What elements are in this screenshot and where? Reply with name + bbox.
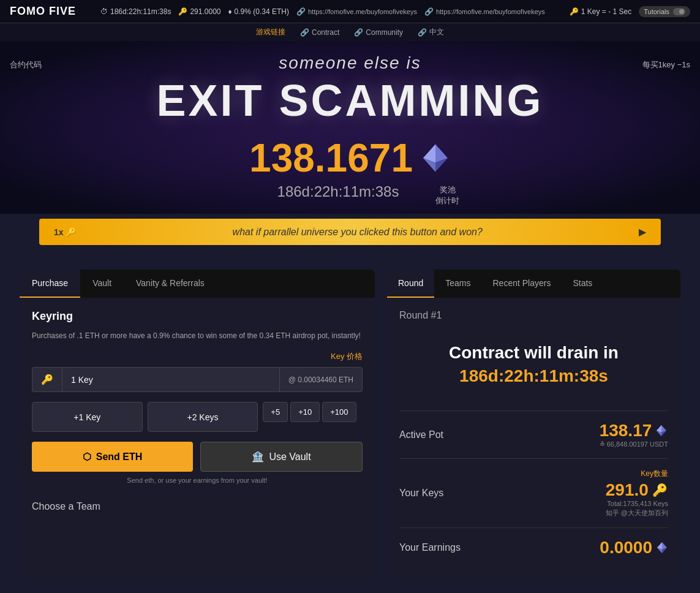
action-note: Send eth, or use your earnings from your… bbox=[32, 477, 363, 484]
add-1-key-button[interactable]: +1 Key bbox=[32, 402, 143, 432]
header: FOMO FIVE ⏱ 186d:22h:11m:38s 🔑 291.0000 … bbox=[0, 0, 700, 23]
your-earnings-row: Your Earnings 0.0000 bbox=[399, 538, 668, 557]
link1-stat[interactable]: 🔗 https://fomofive.me/buyfomofivekeys bbox=[296, 7, 417, 16]
key-icon-box: 🔑 bbox=[32, 367, 62, 392]
logo: FOMO FIVE bbox=[10, 5, 76, 18]
cta-message: what if parrallel universe you clicked t… bbox=[83, 227, 631, 238]
your-earnings-label: Your Earnings bbox=[399, 542, 461, 553]
round-title: Round #1 bbox=[399, 310, 668, 321]
right-tabs: Round Teams Recent Players Stats bbox=[387, 270, 680, 298]
tab-vault[interactable]: Vault bbox=[80, 270, 124, 298]
nav-contract[interactable]: 🔗 Contract bbox=[300, 27, 339, 37]
add-10-button[interactable]: +10 bbox=[290, 402, 320, 422]
diamond-icon: ♦ bbox=[228, 7, 231, 16]
divider-1 bbox=[399, 410, 668, 411]
clock-icon: ⏱ bbox=[100, 7, 108, 16]
add-100-button[interactable]: +100 bbox=[322, 402, 356, 422]
link2-stat[interactable]: 🔗 https://fomofive.me/buyfomofivekeys bbox=[424, 7, 545, 16]
contract-icon: 🔗 bbox=[300, 28, 309, 37]
nav-community[interactable]: 🔗 Community bbox=[354, 27, 403, 37]
key-input-icon: 🔑 bbox=[41, 374, 53, 385]
plus-buttons: +5 +10 +100 bbox=[263, 402, 363, 422]
left-panel: Purchase Vault Vanity & Referrals Keyrin… bbox=[20, 270, 375, 580]
zhihu-note: 知乎 @大天使加百列 bbox=[606, 508, 668, 518]
left-tabs: Purchase Vault Vanity & Referrals bbox=[20, 270, 375, 298]
keys-stat: 🔑 291.0000 bbox=[178, 7, 220, 16]
tab-recent-players[interactable]: Recent Players bbox=[482, 270, 562, 298]
active-pot-label: Active Pot bbox=[399, 429, 443, 440]
cta-bar[interactable]: 1x 🔑 what if parrallel universe you clic… bbox=[39, 219, 661, 245]
your-keys-value: 291.0 🔑 bbox=[606, 480, 668, 500]
tab-round[interactable]: Round bbox=[387, 270, 434, 298]
contract-message: Contract will drain in 186d:22h:11m:38s bbox=[399, 333, 668, 396]
tab-stats[interactable]: Stats bbox=[562, 270, 603, 298]
contract-drain-timer: 186d:22h:11m:38s bbox=[409, 366, 658, 386]
cta-container: 1x 🔑 what if parrallel universe you clic… bbox=[0, 214, 700, 255]
nav-chinese[interactable]: 🔗 中文 bbox=[418, 27, 444, 37]
per-buy-label: 每买1key −1s bbox=[642, 59, 690, 70]
active-pot-value: 138.17 bbox=[600, 421, 668, 440]
header-right: 🔑 1 Key = - 1 Sec Tutorials bbox=[570, 6, 690, 17]
your-keys-value-group: Key数量 291.0 🔑 Total:1735,413 Keys 知乎 @大天… bbox=[606, 469, 668, 518]
main-content: Purchase Vault Vanity & Referrals Keyrin… bbox=[0, 255, 700, 593]
link1[interactable]: https://fomofive.me/buyfomofivekeys bbox=[308, 8, 417, 15]
your-earnings-value: 0.0000 bbox=[600, 538, 668, 557]
add-5-button[interactable]: +5 bbox=[263, 402, 288, 422]
active-pot-value-group: 138.17 ≙ 66,848.00197 USDT bbox=[600, 421, 668, 448]
hero-timer: 186d:22h:11m:38s bbox=[277, 183, 399, 200]
tutorials-toggle[interactable]: Tutorials bbox=[639, 6, 690, 17]
link1-icon: 🔗 bbox=[296, 7, 306, 16]
eth-send-icon: ⬡ bbox=[83, 451, 91, 463]
panel-description: Purchases of .1 ETH or more have a 0.9% … bbox=[32, 330, 363, 341]
key-info-icon: 🔑 bbox=[570, 7, 579, 16]
active-pot-row: Active Pot 138.17 ≙ 66,848.00197 USDT bbox=[399, 421, 668, 448]
total-keys-note: Total:1735,413 Keys bbox=[607, 500, 668, 507]
community-icon: 🔗 bbox=[354, 28, 363, 37]
right-panel: Round Teams Recent Players Stats Round #… bbox=[387, 270, 680, 580]
eth-pot-icon bbox=[655, 425, 668, 437]
cta-key-label: 1x 🔑 bbox=[54, 227, 76, 237]
key-icon-right: 🔑 bbox=[652, 483, 668, 497]
divider-3 bbox=[399, 527, 668, 528]
hero-title: EXIT SCAMMING bbox=[10, 75, 690, 126]
link2[interactable]: https://fomofive.me/buyfomofivekeys bbox=[436, 8, 545, 15]
key-info: 🔑 1 Key = - 1 Sec bbox=[570, 7, 631, 16]
tab-teams[interactable]: Teams bbox=[434, 270, 481, 298]
timer-stat: ⏱ 186d:22h:11m:38s bbox=[100, 7, 171, 16]
eth-earnings-icon bbox=[656, 542, 668, 554]
cta-arrow-icon: ▶ bbox=[639, 226, 646, 238]
qty-buttons-row: +1 Key +2 Keys +5 +10 +100 bbox=[32, 402, 363, 432]
divider-2 bbox=[399, 458, 668, 459]
price-display: @ 0.00034460 ETH bbox=[280, 367, 363, 392]
key-icon: 🔑 bbox=[178, 7, 187, 16]
use-vault-button[interactable]: 🏦 Use Vault bbox=[200, 442, 363, 472]
choose-team-label: Choose a Team bbox=[32, 496, 363, 512]
key-price-label: Key 价格 bbox=[32, 351, 363, 362]
eth-icon bbox=[420, 143, 451, 173]
add-2-keys-button[interactable]: +2 Keys bbox=[148, 402, 258, 432]
link2-icon: 🔗 bbox=[424, 7, 434, 16]
hero-side-labels: 合约代码 每买1key −1s bbox=[10, 59, 690, 70]
right-content: Round #1 Contract will drain in 186d:22h… bbox=[387, 298, 680, 580]
key-input-row: 🔑 @ 0.00034460 ETH bbox=[32, 367, 363, 392]
airdrop-stat: ♦ 0.9% (0.34 ETH) bbox=[228, 7, 289, 16]
key-count-label: Key数量 bbox=[606, 469, 668, 479]
tab-purchase[interactable]: Purchase bbox=[20, 270, 80, 298]
send-eth-button[interactable]: ⬡ Send ETH bbox=[32, 442, 193, 472]
tab-vanity-referrals[interactable]: Vanity & Referrals bbox=[124, 270, 217, 298]
panel-title: Keyring bbox=[32, 310, 363, 323]
keys-notes: Total:1735,413 Keys 知乎 @大天使加百列 bbox=[606, 500, 668, 518]
your-keys-row: Your Keys Key数量 291.0 🔑 Total:1735,413 K… bbox=[399, 469, 668, 518]
hero-amount: 138.1671 bbox=[10, 135, 690, 181]
hero-section: 合约代码 每买1key −1s someone else is EXIT SCA… bbox=[0, 41, 700, 214]
panel-content: Keyring Purchases of .1 ETH or more have… bbox=[20, 298, 375, 524]
game-link-label: 游戏链接 bbox=[256, 27, 285, 37]
header-stats: ⏱ 186d:22h:11m:38s 🔑 291.0000 ♦ 0.9% (0.… bbox=[100, 7, 545, 16]
contract-code-label: 合约代码 bbox=[10, 59, 42, 70]
prize-pool-label: 奖池 倒计时 bbox=[435, 184, 459, 206]
your-keys-label: Your Keys bbox=[399, 488, 443, 499]
chinese-icon: 🔗 bbox=[418, 28, 427, 37]
contract-drain-text: Contract will drain in bbox=[409, 343, 658, 363]
action-buttons: ⬡ Send ETH 🏦 Use Vault bbox=[32, 442, 363, 472]
key-quantity-input[interactable] bbox=[62, 367, 280, 392]
